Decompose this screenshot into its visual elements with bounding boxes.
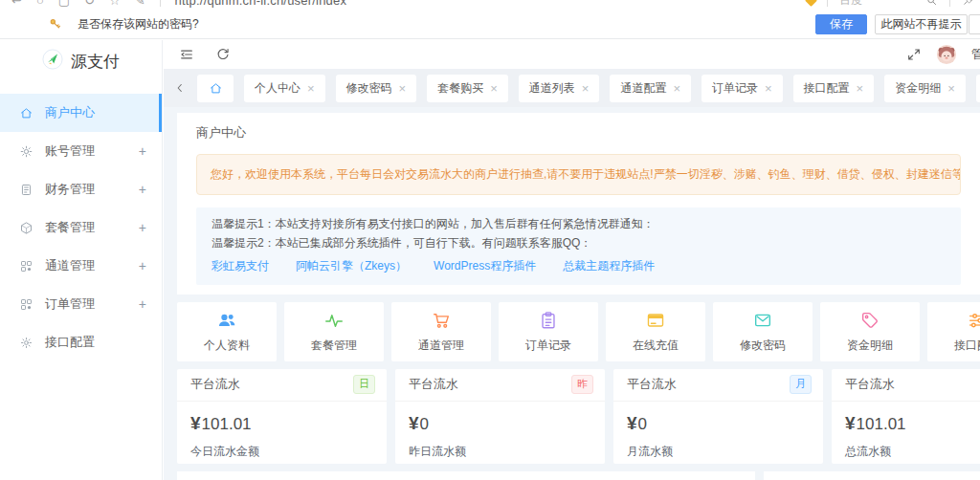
tab-item[interactable]: 订单记录 × [702, 75, 783, 102]
side-card [764, 471, 980, 480]
browser-search-input[interactable]: 百度 [839, 0, 914, 9]
tab-close-icon[interactable]: × [399, 82, 407, 95]
currency-symbol: ¥ [627, 413, 637, 433]
home-icon [209, 81, 223, 96]
stat-card: 平台流水 月 ¥0 月流水额 [613, 369, 823, 464]
tab-home[interactable] [197, 75, 234, 102]
wrench-icon[interactable] [962, 0, 974, 7]
tab-item[interactable]: 接口配置 × [793, 75, 875, 102]
stat-head: 平台流水 月 [613, 369, 823, 402]
tab-close-icon[interactable]: × [673, 82, 680, 95]
tab-close-icon[interactable]: × [947, 82, 955, 95]
never-prompt-button[interactable]: 此网站不再提示 [875, 14, 968, 34]
sidebar-item[interactable]: 商户中心 [0, 94, 162, 132]
tab-close-icon[interactable]: × [307, 82, 315, 95]
warning-alert: 您好，欢迎使用本系统，平台每日会对交易流水大的商户进行抽查,请不要用于违规站点!… [196, 154, 961, 195]
shortcut-card[interactable]: 修改密码 [713, 302, 813, 361]
save-password-button[interactable]: 保存 [815, 14, 867, 34]
tab-item[interactable]: 修改密码 × [336, 75, 417, 102]
topbar-right: 管 [906, 44, 980, 65]
shortcut-card[interactable]: 接口配置 [927, 302, 980, 361]
stat-badge: 日 [353, 375, 375, 394]
plugin-link[interactable]: WordPress程序插件 [434, 257, 536, 275]
amount: 0 [638, 415, 647, 433]
tab-close-icon[interactable]: × [582, 82, 590, 95]
shortcut-label: 修改密码 [740, 338, 786, 354]
tab-label: 接口配置 [804, 80, 850, 97]
welcome-panel: 商户中心 您好，欢迎使用本系统，平台每日会对交易流水大的商户进行抽查,请不要用于… [177, 113, 980, 295]
stat-head: 平台流水 昨 [395, 369, 605, 402]
plugin-link[interactable]: 阿帕云引擎（Zkeys） [296, 257, 407, 275]
tab-item[interactable]: 套餐购买 × [427, 75, 508, 102]
stat-caption: 总流水额 [832, 434, 980, 460]
tip-line-1: 温馨提示1：本站支持对接所有易支付接口的网站，加入售后群有任何紧急情况群通知： [212, 215, 946, 234]
tab-label: 套餐购买 [437, 80, 483, 97]
collapse-menu-icon[interactable] [179, 47, 194, 62]
browser-chrome: ↩ ○ ▢ ↻ ☆ ✎ http://qunm.ch-ii.ch/user/in… [0, 0, 980, 10]
nav-reload-icon[interactable]: ○ [36, 0, 44, 8]
sidebar-item[interactable]: 财务管理 + [0, 170, 162, 208]
sidebar-item[interactable]: 订单管理 + [0, 285, 162, 323]
stat-caption: 月流水额 [613, 434, 823, 460]
expand-plus-icon: + [139, 143, 146, 159]
expand-plus-icon: + [139, 220, 146, 235]
sidebar-item[interactable]: 套餐管理 + [0, 208, 162, 247]
tabs-scroll-left-icon[interactable] [173, 81, 187, 95]
plugin-link[interactable]: 总裁主题程序插件 [563, 257, 655, 275]
sidebar-item-label: 接口配置 [45, 334, 146, 351]
tab-label: 个人中心 [255, 80, 301, 97]
expand-plus-icon: + [139, 258, 146, 273]
bookmark-star-icon[interactable]: ☆ [109, 0, 121, 8]
sidebar-item-label: 通道管理 [45, 257, 139, 274]
tab-item[interactable]: 资金明细 × [884, 75, 966, 102]
sidebar-item-label: 财务管理 [45, 181, 139, 198]
address-bar[interactable]: http://qunm.ch-ii.ch/user/index [175, 0, 347, 8]
edit-page-icon[interactable]: ✎ [135, 0, 145, 8]
shortcut-card[interactable]: 通道管理 [391, 302, 491, 361]
shortcut-card[interactable]: 套餐管理 [284, 302, 384, 361]
merchant-stats-card: 商户数据统计 [177, 471, 755, 480]
tab-bar: 个人中心 × 修改密码 × 套餐购买 × 通道列表 × [164, 69, 980, 107]
fullscreen-icon[interactable] [906, 47, 922, 62]
shortcut-card[interactable]: 资金明细 [820, 302, 920, 361]
stat-head: 平台流水 日 [177, 369, 387, 402]
amount: 101.01 [202, 415, 252, 433]
tabs-holder: 个人中心 × 修改密码 × 套餐购买 × 通道列表 × [244, 75, 980, 102]
avatar[interactable] [936, 44, 957, 65]
search-icon[interactable] [925, 0, 938, 7]
plugin-links: 彩虹易支付 阿帕云引擎（Zkeys） WordPress程序插件 总裁主题程序插… [212, 257, 946, 275]
sidebar-item[interactable]: 通道管理 + [0, 247, 162, 285]
plugin-link[interactable]: 彩虹易支付 [212, 257, 269, 275]
tab-item[interactable]: 通道配置 × [610, 75, 691, 102]
tab-close-icon[interactable]: × [765, 82, 772, 95]
tab-item[interactable]: 通道列表 × [519, 75, 600, 102]
tab-close-icon[interactable]: × [857, 82, 864, 95]
expand-plus-icon: + [139, 182, 146, 197]
stat-cards: 平台流水 日 ¥101.01 今日流水金额 平台流水 昨 ¥0 [177, 369, 980, 464]
nav-back-icon[interactable]: ↩ [11, 0, 22, 8]
shortcut-card[interactable]: 在线充值 [606, 302, 705, 361]
nav-stop-icon[interactable]: ▢ [58, 0, 70, 8]
shortcut-card[interactable]: 订单记录 [499, 302, 598, 361]
shortcut-icon [431, 310, 452, 331]
divider [949, 0, 950, 7]
stat-badge: 月 [790, 375, 812, 394]
sidebar-item[interactable]: 接口配置 [0, 323, 162, 361]
sidebar-item-icon [19, 259, 33, 273]
stat-card: 平台流水 日 ¥101.01 今日流水金额 [177, 369, 387, 464]
tab-item[interactable]: 个人中心 × [244, 75, 325, 102]
shortcut-card[interactable]: 个人资料 [177, 302, 277, 361]
refresh-icon[interactable] [215, 47, 231, 62]
nav-redo-icon[interactable]: ↻ [84, 0, 95, 8]
main-content: 商户中心 您好，欢迎使用本系统，平台每日会对交易流水大的商户进行抽查,请不要用于… [164, 107, 980, 480]
sidebar-item-icon [19, 106, 33, 120]
clipped-bar-button[interactable] [969, 14, 980, 34]
amount: 0 [420, 415, 429, 433]
sidebar-item[interactable]: 账号管理 + [0, 132, 162, 170]
stat-value: ¥0 [395, 402, 605, 434]
shortcut-label: 接口配置 [954, 338, 980, 354]
tab-close-icon[interactable]: × [490, 82, 498, 95]
extension-diamond-icon[interactable] [805, 0, 817, 6]
tab-item[interactable]: 在线充值 × [976, 75, 980, 102]
shortcut-label: 在线充值 [633, 338, 679, 354]
